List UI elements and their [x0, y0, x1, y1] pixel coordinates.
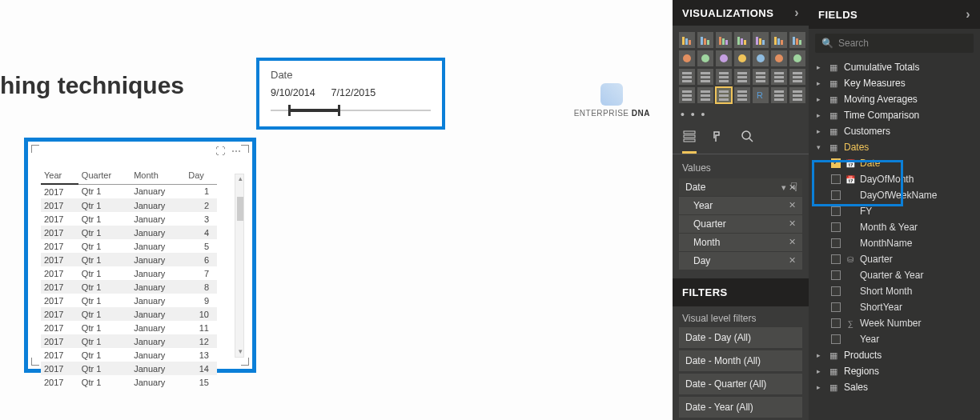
- checkbox[interactable]: [831, 206, 841, 216]
- field-well-date[interactable]: Date ▾ ✕ ☟: [679, 178, 802, 196]
- table-customers[interactable]: ▸▦Customers: [809, 123, 980, 139]
- table-moving-averages[interactable]: ▸▦Moving Averages: [809, 91, 980, 107]
- checkbox[interactable]: [831, 318, 841, 328]
- filter-item[interactable]: Date - Month (All): [679, 350, 802, 371]
- viz-type-icon[interactable]: R: [753, 87, 769, 103]
- checkbox[interactable]: [831, 254, 841, 264]
- analytics-tab[interactable]: [740, 129, 754, 154]
- slicer-start-date[interactable]: 9/10/2014: [271, 87, 315, 98]
- checkbox[interactable]: [831, 302, 841, 312]
- checkbox[interactable]: [831, 174, 841, 184]
- date-slicer[interactable]: Date 9/10/2014 7/12/2015: [256, 58, 445, 130]
- fields-search[interactable]: 🔍 Search: [815, 34, 974, 53]
- table-row[interactable]: 2017Qtr 1January7: [41, 266, 217, 280]
- viz-type-icon[interactable]: [753, 32, 769, 48]
- field-fy[interactable]: FY: [809, 203, 980, 219]
- viz-type-icon[interactable]: [679, 69, 695, 85]
- scroll-down-icon[interactable]: ▾: [235, 347, 245, 357]
- viz-type-icon[interactable]: [716, 69, 732, 85]
- table-row[interactable]: 2017Qtr 1January3: [41, 212, 217, 226]
- more-options-icon[interactable]: ⋯: [231, 146, 241, 157]
- table-row[interactable]: 2017Qtr 1January12: [41, 334, 217, 348]
- column-header[interactable]: Quarter: [78, 167, 131, 184]
- collapse-viz-icon[interactable]: ›: [794, 6, 799, 20]
- table-regions[interactable]: ▸▦Regions: [809, 363, 980, 379]
- filter-item[interactable]: Date - Year (All): [679, 397, 802, 418]
- field-dayofmonth[interactable]: 📅DayOfMonth: [809, 171, 980, 187]
- table-row[interactable]: 2017Qtr 1January14: [41, 362, 217, 375]
- viz-type-icon[interactable]: [697, 87, 713, 103]
- checkbox[interactable]: [831, 190, 841, 200]
- table-time-comparison[interactable]: ▸▦Time Comparison: [809, 107, 980, 123]
- checkbox[interactable]: [831, 222, 841, 232]
- table-scrollbar[interactable]: ▴ ▾: [235, 174, 244, 358]
- viz-type-icon[interactable]: [771, 32, 787, 48]
- viz-type-icon[interactable]: [734, 50, 750, 66]
- viz-type-icon[interactable]: [789, 50, 805, 66]
- slider-thumb-end[interactable]: [338, 105, 340, 116]
- scroll-up-icon[interactable]: ▴: [235, 174, 245, 184]
- table-row[interactable]: 2017Qtr 1January2: [41, 198, 217, 212]
- table-row[interactable]: 2017Qtr 1January10: [41, 307, 217, 321]
- collapse-fields-icon[interactable]: ›: [966, 7, 970, 22]
- field-well-item[interactable]: Quarter✕: [679, 215, 802, 233]
- table-cumulative-totals[interactable]: ▸▦Cumulative Totals: [809, 59, 980, 75]
- column-header[interactable]: Month: [131, 167, 185, 184]
- table-row[interactable]: 2017Qtr 1January8: [41, 280, 217, 294]
- focus-mode-icon[interactable]: ⛶: [215, 146, 225, 157]
- viz-type-icon[interactable]: [771, 87, 787, 103]
- table-row[interactable]: 2017Qtr 1January5: [41, 239, 217, 253]
- slicer-slider[interactable]: [271, 105, 431, 116]
- table-key-measures[interactable]: ▸▦Key Measures: [809, 75, 980, 91]
- table-row[interactable]: 2017Qtr 1January13: [41, 348, 217, 362]
- field-short-month[interactable]: Short Month: [809, 283, 980, 299]
- field-monthname[interactable]: MonthName: [809, 235, 980, 251]
- viz-type-icon[interactable]: [789, 32, 805, 48]
- checkbox[interactable]: [831, 270, 841, 280]
- viz-type-icon[interactable]: [734, 32, 750, 48]
- format-tab[interactable]: [711, 129, 725, 154]
- table-sales[interactable]: ▸▦Sales: [809, 379, 980, 395]
- viz-type-icon[interactable]: [716, 32, 732, 48]
- checkbox[interactable]: [831, 334, 841, 344]
- viz-type-icon[interactable]: [734, 87, 750, 103]
- table-row[interactable]: 2017Qtr 1January1: [41, 184, 217, 198]
- slicer-end-date[interactable]: 7/12/2015: [331, 87, 376, 98]
- viz-type-icon[interactable]: [789, 69, 805, 85]
- viz-type-icon[interactable]: [753, 69, 769, 85]
- viz-type-icon[interactable]: [771, 50, 787, 66]
- field-month-year[interactable]: Month & Year: [809, 219, 980, 235]
- field-week-number[interactable]: ∑Week Number: [809, 315, 980, 331]
- scroll-thumb[interactable]: [237, 197, 243, 221]
- viz-type-icon[interactable]: [716, 87, 732, 103]
- filter-item[interactable]: Date - Day (All): [679, 327, 802, 348]
- field-well-item[interactable]: Year✕: [679, 197, 802, 214]
- viz-type-icon[interactable]: [697, 32, 713, 48]
- field-quarter-year[interactable]: Quarter & Year: [809, 267, 980, 283]
- table-row[interactable]: 2017Qtr 1January9: [41, 294, 217, 307]
- column-header[interactable]: Day: [185, 167, 217, 184]
- viz-type-icon[interactable]: [771, 69, 787, 85]
- viz-type-icon[interactable]: [753, 50, 769, 66]
- checkbox[interactable]: [831, 286, 841, 296]
- table-row[interactable]: 2017Qtr 1January6: [41, 253, 217, 266]
- viz-type-icon[interactable]: [716, 50, 732, 66]
- more-visuals-icon[interactable]: • • •: [673, 106, 809, 126]
- field-quarter[interactable]: ⛁Quarter: [809, 251, 980, 267]
- checkbox[interactable]: [831, 238, 841, 248]
- table-products[interactable]: ▸▦Products: [809, 347, 980, 363]
- filter-item[interactable]: Date - Quarter (All): [679, 374, 802, 394]
- viz-type-icon[interactable]: [734, 69, 750, 85]
- field-shortyear[interactable]: ShortYear: [809, 299, 980, 315]
- table-dates[interactable]: ▾▦Dates: [809, 139, 980, 155]
- checkbox[interactable]: [831, 158, 841, 168]
- field-year[interactable]: Year: [809, 331, 980, 347]
- viz-type-icon[interactable]: [697, 50, 713, 66]
- field-dayofweekname[interactable]: DayOfWeekName: [809, 187, 980, 203]
- viz-type-icon[interactable]: [679, 50, 695, 66]
- table-visual[interactable]: ⛶ ⋯ YearQuarterMonthDay 2017Qtr 1January…: [24, 138, 256, 373]
- viz-type-icon[interactable]: [697, 69, 713, 85]
- table-row[interactable]: 2017Qtr 1January15: [41, 375, 217, 389]
- table-row[interactable]: 2017Qtr 1January4: [41, 226, 217, 239]
- field-well-item[interactable]: Day✕: [679, 252, 802, 270]
